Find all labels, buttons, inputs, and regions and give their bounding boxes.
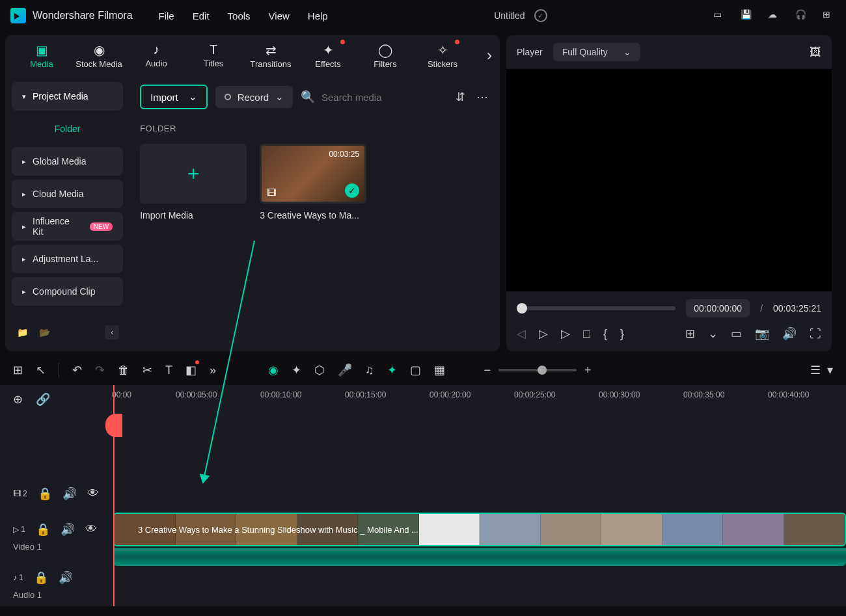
fullscreen-icon[interactable]: ⛶ — [810, 327, 821, 341]
visibility-icon[interactable]: 👁 — [87, 487, 99, 500]
scrub-handle[interactable] — [517, 303, 527, 314]
tab-titles[interactable]: T Titles — [185, 36, 242, 75]
search-input[interactable] — [321, 92, 445, 103]
frame-icon[interactable]: ▢ — [410, 363, 421, 377]
mark-out-icon[interactable]: } — [620, 327, 624, 341]
save-icon[interactable]: 💾 — [741, 9, 754, 22]
menu-view[interactable]: View — [269, 10, 290, 21]
stickers-icon: ✧ — [437, 42, 448, 58]
mute-icon[interactable]: 🔊 — [59, 570, 73, 585]
mic-icon[interactable]: 🎤 — [338, 363, 352, 377]
filter-icon[interactable]: ⇵ — [453, 90, 467, 104]
stop-icon[interactable]: □ — [583, 327, 590, 341]
play-icon[interactable]: ▷ — [561, 327, 570, 341]
ai-avatar-icon[interactable]: ◉ — [268, 363, 279, 377]
clip-name-label: 3 Creative Ways to Make a Stunning Slide… — [138, 525, 418, 535]
tabs-scroll-right[interactable]: › — [487, 46, 492, 64]
player-viewport[interactable] — [506, 69, 832, 291]
menu-file[interactable]: File — [159, 10, 174, 21]
lock-icon[interactable]: 🔒 — [36, 522, 50, 537]
zoom-slider[interactable] — [498, 369, 577, 371]
import-thumb[interactable]: + — [140, 144, 247, 204]
import-button[interactable]: Import ⌄ — [140, 85, 208, 109]
tab-media[interactable]: ▣ Media — [13, 36, 70, 75]
more-icon[interactable]: ⋯ — [475, 90, 489, 104]
quality-select[interactable]: Full Quality ⌄ — [553, 43, 640, 61]
headphones-icon[interactable]: 🎧 — [795, 9, 808, 22]
list-view-icon[interactable]: ☰ — [810, 363, 821, 377]
pointer-icon[interactable]: ↖ — [36, 363, 46, 377]
clip-duration: 00:03:25 — [329, 150, 359, 159]
clip-thumb[interactable]: 00:03:25 🎞 ✓ — [260, 144, 366, 204]
mute-icon[interactable]: 🔊 — [62, 487, 77, 501]
tab-transitions[interactable]: ⇄ Transitions — [242, 36, 299, 75]
import-media-tile[interactable]: + Import Media — [140, 144, 247, 221]
sparkle-icon[interactable]: ✦ — [292, 363, 301, 377]
chevron-down-icon[interactable]: ▾ — [827, 363, 833, 377]
volume-icon[interactable]: 🔊 — [782, 327, 797, 341]
zoom-handle[interactable] — [538, 366, 547, 375]
record-button[interactable]: Record ⌄ — [215, 86, 293, 108]
cut-icon[interactable]: ✂ — [143, 363, 152, 377]
visibility-icon[interactable]: 👁 — [85, 522, 97, 536]
new-folder-icon[interactable]: 📁 — [16, 326, 29, 339]
media-icon: ▣ — [36, 42, 48, 58]
menu-tools[interactable]: Tools — [228, 10, 251, 21]
player-scrubber[interactable] — [517, 306, 675, 310]
tab-audio[interactable]: ♪ Audio — [128, 36, 185, 75]
clip-audio-waveform[interactable] — [113, 548, 846, 566]
sidebar-global-media[interactable]: ▸ Global Media — [12, 147, 123, 176]
menu-edit[interactable]: Edit — [193, 10, 210, 21]
folder-x-icon[interactable]: 📂 — [38, 326, 51, 339]
grid-icon[interactable]: ⊞ — [13, 363, 23, 377]
prev-frame-icon[interactable]: ◁ — [517, 327, 526, 341]
playhead[interactable] — [113, 385, 115, 606]
step-forward-icon[interactable]: ▷ — [539, 327, 548, 341]
mark-in-icon[interactable]: { — [603, 327, 607, 341]
undo-icon[interactable]: ↶ — [72, 363, 82, 377]
layout-icon[interactable]: ⊞ — [685, 327, 695, 341]
camera-icon[interactable]: 📷 — [755, 327, 769, 341]
collapse-sidebar-icon[interactable]: ‹ — [105, 325, 119, 340]
apps-grid-icon[interactable]: ⊞ — [823, 9, 836, 22]
delete-icon[interactable]: 🗑 — [118, 364, 130, 377]
sidebar-influence-kit[interactable]: ▸ Influence Kit NEW — [12, 212, 123, 241]
track-video2[interactable] — [111, 475, 846, 511]
track-empty[interactable] — [111, 414, 846, 475]
tab-effects[interactable]: ✦ Effects — [299, 36, 357, 75]
crop-icon[interactable]: ◧ — [185, 363, 197, 377]
lock-icon[interactable]: 🔒 — [34, 570, 48, 585]
media-clip-tile[interactable]: 00:03:25 🎞 ✓ 3 Creative Ways to Ma... — [260, 144, 366, 221]
aspect-icon[interactable]: ▦ — [434, 363, 445, 377]
zoom-in-icon[interactable]: + — [584, 364, 592, 377]
tab-stock-media[interactable]: ◉ Stock Media — [70, 36, 128, 75]
timeline-clip[interactable]: ▷ 3 Creative Ways to Make a Stunning Sli… — [113, 513, 846, 546]
search-icon[interactable]: 🔍 — [301, 90, 315, 104]
sidebar-compound-clip[interactable]: ▸ Compound Clip — [12, 277, 123, 306]
shield-icon[interactable]: ⬡ — [314, 363, 325, 377]
redo-icon[interactable]: ↷ — [95, 363, 105, 377]
text-icon[interactable]: T — [165, 364, 172, 377]
sidebar-project-media[interactable]: ▾ Project Media — [12, 82, 123, 111]
expand-icon[interactable]: » — [210, 364, 216, 377]
add-track-icon[interactable]: ⊕ — [13, 392, 23, 407]
display-toggle-icon[interactable]: ▭ — [731, 327, 742, 341]
menu-help[interactable]: Help — [308, 10, 328, 21]
snapshot-icon[interactable]: 🖼 — [810, 46, 821, 59]
link-icon[interactable]: 🔗 — [36, 392, 50, 407]
video1-label: ▷1 — [13, 525, 25, 534]
track-video1[interactable]: ▷ 3 Creative Ways to Make a Stunning Sli… — [111, 511, 846, 567]
mute-icon[interactable]: 🔊 — [61, 522, 75, 537]
marker-icon[interactable]: ✦ — [387, 363, 397, 377]
music-icon[interactable]: ♫ — [365, 364, 374, 377]
sidebar-adjustment-layer[interactable]: ▸ Adjustment La... — [12, 245, 123, 273]
sidebar-cloud-media[interactable]: ▸ Cloud Media — [12, 180, 123, 208]
display-icon[interactable]: ▭ — [713, 9, 726, 22]
tab-stickers[interactable]: ✧ Stickers — [414, 36, 471, 75]
zoom-out-icon[interactable]: − — [484, 364, 491, 377]
cloud-icon[interactable]: ☁ — [768, 9, 781, 22]
tab-filters[interactable]: ◯ Filters — [357, 36, 414, 75]
chevron-down-icon[interactable]: ⌄ — [708, 327, 718, 341]
sidebar-folder[interactable]: Folder — [12, 114, 123, 143]
lock-icon[interactable]: 🔒 — [38, 487, 52, 501]
